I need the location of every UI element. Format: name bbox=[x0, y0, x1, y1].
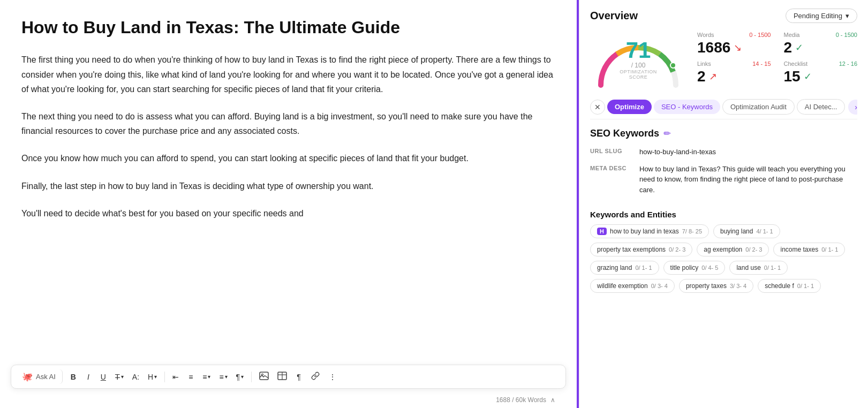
stat-links-value: 2 bbox=[697, 68, 706, 85]
keyword-tag-2[interactable]: property tax exemptions 0/ 2- 3 bbox=[590, 243, 692, 256]
keyword-stats-10: 0/ 1- 1 bbox=[797, 283, 814, 289]
unordered-list-button[interactable]: ≡ ▾ bbox=[216, 371, 230, 383]
keyword-tag-1[interactable]: buying land 4/ 1- 1 bbox=[713, 224, 780, 238]
right-panel: Overview Pending Editing ▾ 71 bbox=[579, 0, 868, 408]
keyword-text-4: income taxes bbox=[780, 246, 818, 253]
image-button[interactable] bbox=[256, 369, 272, 384]
keyword-stats-4: 0/ 1- 1 bbox=[821, 246, 838, 253]
keyword-text-1: buying land bbox=[720, 228, 753, 235]
keyword-text-7: land use bbox=[736, 264, 760, 271]
keyword-stats-8: 0/ 3- 4 bbox=[651, 283, 668, 289]
optimization-score-label: OPTIMIZATION SCORE bbox=[614, 69, 662, 80]
paragraph-3: Once you know how much you can afford to… bbox=[21, 151, 555, 165]
keyword-tag-10[interactable]: schedule f 0/ 1- 1 bbox=[758, 279, 821, 293]
keyword-text-10: schedule f bbox=[765, 282, 794, 290]
stat-links: Links 14 - 15 2 ↗ bbox=[697, 61, 771, 85]
keyword-text-6: title policy bbox=[670, 264, 699, 271]
keyword-tag-0[interactable]: H how to buy land in texas 7/ 8- 25 bbox=[590, 224, 709, 238]
tab-optimization-audit[interactable]: Optimization Audit bbox=[722, 99, 795, 115]
links-trend-icon: ↗ bbox=[709, 71, 717, 82]
ask-ai-label: Ask AI bbox=[36, 373, 56, 381]
keyword-text-0: how to buy land in texas bbox=[610, 228, 679, 235]
keyword-tag-9[interactable]: property taxes 3/ 3- 4 bbox=[679, 279, 753, 293]
paragraph-4: Finally, the last step in how to buy lan… bbox=[21, 179, 555, 193]
keyword-stats-0: 7/ 8- 25 bbox=[682, 228, 702, 235]
italic-button[interactable]: I bbox=[82, 371, 95, 383]
tab-next-button[interactable]: › bbox=[848, 100, 857, 115]
editor-toolbar: 🐙 Ask AI B I U T̶ ▾ A: H ▾ ⇤ ≡ ≡ ▾ ≡ ▾ bbox=[11, 365, 566, 389]
keyword-tag-4[interactable]: income taxes 0/ 1- 1 bbox=[773, 243, 845, 256]
seo-edit-icon[interactable]: ✏ bbox=[663, 129, 670, 139]
keywords-section-title: Keywords and Entities bbox=[590, 210, 857, 219]
paragraph-5: You'll need to decide what's best for yo… bbox=[21, 206, 555, 221]
link-button[interactable] bbox=[307, 369, 323, 384]
underline-button[interactable]: U bbox=[97, 371, 110, 383]
tab-optimize[interactable]: Optimize bbox=[607, 100, 652, 114]
bold-button[interactable]: B bbox=[67, 371, 80, 383]
strikethrough-button[interactable]: T̶ ▾ bbox=[112, 371, 127, 383]
meta-desc-row: META DESC How to buy land in Texas? This… bbox=[590, 164, 857, 195]
chevron-down-icon: ▾ bbox=[846, 12, 849, 20]
heading-button[interactable]: H ▾ bbox=[145, 371, 160, 383]
paragraph-1: The first thing you need to do when you'… bbox=[21, 52, 555, 96]
paragraph-2: The next thing you need to do is assess … bbox=[21, 109, 555, 138]
overview-title: Overview bbox=[590, 10, 638, 22]
keyword-stats-3: 0/ 2- 3 bbox=[745, 246, 762, 253]
seo-section-title: SEO Keywords ✏ bbox=[590, 128, 857, 139]
word-count: 1688 / 60k Words bbox=[496, 396, 546, 404]
keyword-h-badge: H bbox=[597, 228, 607, 235]
more-options-button[interactable]: ⋮ bbox=[326, 371, 339, 383]
words-trend-icon: ↘ bbox=[734, 42, 742, 54]
editor-content: How to Buy Land in Texas: The Ultimate G… bbox=[21, 17, 555, 408]
score-area: 71 / 100 OPTIMIZATION SCORE Words 0 - 15… bbox=[590, 32, 857, 90]
stat-words: Words 0 - 1500 1686 ↘ bbox=[697, 32, 771, 56]
keyword-text-8: wildlife exemption bbox=[597, 282, 648, 290]
keyword-tag-3[interactable]: ag exemption 0/ 2- 3 bbox=[697, 243, 769, 256]
stat-checklist: Checklist 12 - 16 15 ✓ bbox=[784, 61, 858, 85]
ordered-list-button[interactable]: ≡ ▾ bbox=[199, 371, 214, 383]
tab-bar: ✕ Optimize SEO - Keywords Optimization A… bbox=[590, 99, 857, 119]
stat-links-label: Links 14 - 15 bbox=[697, 61, 771, 67]
align-left-button[interactable]: ⇤ bbox=[169, 371, 182, 383]
keyword-tag-8[interactable]: wildlife exemption 0/ 3- 4 bbox=[590, 279, 675, 293]
ask-ai-button[interactable]: 🐙 Ask AI bbox=[18, 369, 63, 384]
url-slug-row: URL SLUG how-to-buy-land-in-texas bbox=[590, 147, 857, 157]
ai-sparkle-icon: 🐙 bbox=[22, 372, 33, 382]
keyword-text-9: property taxes bbox=[686, 282, 727, 290]
keyword-tag-7[interactable]: land use 0/ 1- 1 bbox=[729, 261, 788, 275]
url-slug-key: URL SLUG bbox=[590, 147, 633, 157]
stat-checklist-label: Checklist 12 - 16 bbox=[784, 61, 858, 67]
toolbar-separator-2 bbox=[251, 372, 252, 382]
font-size-button[interactable]: A: bbox=[129, 371, 142, 383]
overview-header: Overview Pending Editing ▾ bbox=[590, 9, 857, 23]
keyword-stats-5: 0/ 1- 1 bbox=[635, 265, 652, 271]
checklist-trend-icon: ✓ bbox=[804, 71, 812, 82]
stat-words-label: Words 0 - 1500 bbox=[697, 32, 771, 38]
stat-words-value: 1686 bbox=[697, 39, 730, 56]
toolbar-separator-1 bbox=[164, 372, 165, 382]
word-count-bar: 1688 / 60k Words ∧ bbox=[496, 396, 555, 404]
stats-grid: Words 0 - 1500 1686 ↘ Media 0 - 1500 2 ✓ bbox=[697, 32, 857, 85]
chevron-up-icon[interactable]: ∧ bbox=[550, 396, 555, 404]
tab-close-button[interactable]: ✕ bbox=[590, 100, 605, 115]
keyword-tag-6[interactable]: title policy 0/ 4- 5 bbox=[663, 261, 726, 275]
keyword-tag-5[interactable]: grazing land 0/ 1- 1 bbox=[590, 261, 659, 275]
status-dropdown[interactable]: Pending Editing ▾ bbox=[786, 9, 857, 23]
keywords-tags: H how to buy land in texas 7/ 8- 25 buyi… bbox=[590, 224, 857, 293]
keyword-text-2: property tax exemptions bbox=[597, 246, 666, 253]
meta-desc-value: How to buy land in Texas? This guide wil… bbox=[639, 164, 857, 195]
score-denominator: / 100 bbox=[614, 62, 662, 69]
table-button[interactable] bbox=[274, 369, 290, 384]
columns-button[interactable]: ¶ bbox=[292, 371, 305, 383]
keyword-text-5: grazing land bbox=[597, 264, 632, 271]
stat-media-value: 2 bbox=[784, 39, 792, 56]
keyword-stats-9: 3/ 3- 4 bbox=[730, 283, 746, 289]
stat-checklist-value: 15 bbox=[784, 68, 801, 85]
url-slug-value: how-to-buy-land-in-texas bbox=[639, 147, 716, 157]
tab-seo-keywords[interactable]: SEO - Keywords bbox=[654, 100, 720, 114]
gauge-container: 71 / 100 OPTIMIZATION SCORE bbox=[590, 32, 686, 90]
tab-ai-detect[interactable]: AI Detec... bbox=[797, 99, 846, 115]
paragraph-style-button[interactable]: ¶ ▾ bbox=[233, 371, 247, 383]
align-center-button[interactable]: ≡ bbox=[184, 371, 197, 383]
media-trend-icon: ✓ bbox=[795, 42, 803, 54]
